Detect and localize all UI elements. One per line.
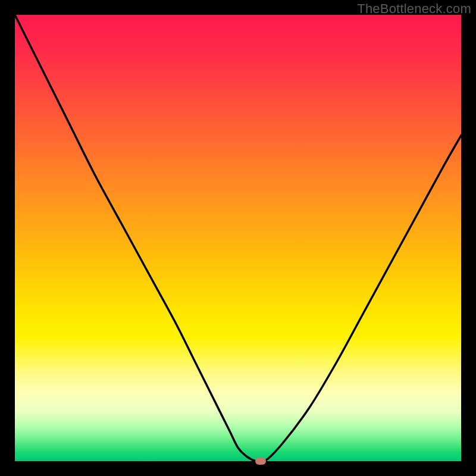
bottleneck-curve <box>15 15 461 461</box>
chart-frame <box>15 15 461 461</box>
optimal-point-marker <box>255 458 266 465</box>
watermark-text: TheBottleneck.com <box>357 1 471 17</box>
